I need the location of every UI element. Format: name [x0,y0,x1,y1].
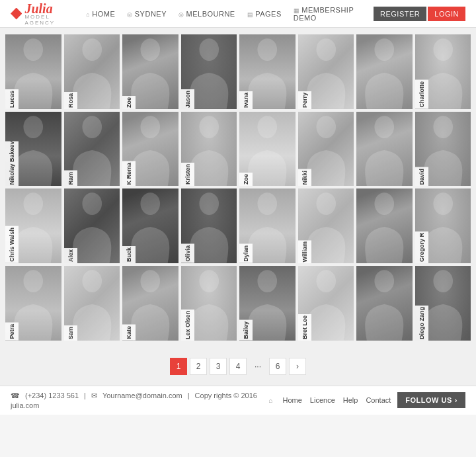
model-name: Chris Walsh [5,226,19,263]
model-name: Nikolay Bakeev [5,142,19,187]
model-name: Perry [298,91,311,109]
model-name: Nikki [298,169,311,187]
model-name: Sam [64,325,77,341]
pages-nav-icon: ▤ [247,11,254,18]
model-card[interactable]: K Rema [122,112,178,187]
footer: ☎ (+234) 1233 561 | ✉ Yourname@domain.co… [0,386,476,415]
model-name: Ivana [239,91,253,109]
footer-contact: ☎ (+234) 1233 561 | ✉ Yourname@domain.co… [11,392,268,400]
model-card[interactable]: William [298,188,354,263]
model-card[interactable]: Jason [181,34,237,109]
phone-number: (+234) 1233 561 [25,392,79,399]
phone-icon: ☎ [11,392,20,400]
model-name: Rosa [64,92,77,109]
model-card[interactable]: Buck [122,188,178,263]
model-name: K Rema [122,161,136,187]
model-name: Zoe [239,173,253,186]
model-card[interactable]: Nikki [298,112,354,187]
model-card[interactable]: Gregory R [415,188,471,263]
logo-icon [11,8,22,20]
page-3-button[interactable]: 3 [210,358,227,375]
model-card[interactable]: Charlotte [415,34,471,109]
model-name: Diego Zang [415,306,428,341]
model-card[interactable]: Bailey [239,266,296,341]
model-card[interactable]: Zoe [122,34,178,109]
model-card[interactable]: Sam [64,266,120,341]
main-nav: ⌂HOME ◎SYDNEY ◎MELBOURNE ▤PAGES ▦MEMBERS… [81,3,465,24]
model-card[interactable]: Bret Lee [298,266,354,341]
model-card[interactable]: Lucas [5,34,61,109]
email-icon: ✉ [91,392,97,400]
model-card[interactable]: Ivana [239,34,296,109]
login-button[interactable]: LOGIN [428,7,465,21]
page-4-button[interactable]: 4 [229,358,247,375]
model-card[interactable]: David [415,112,471,187]
model-name: Ram [64,171,77,187]
membership-nav-icon: ▦ [294,7,300,14]
model-card[interactable]: Alex [64,188,120,263]
footer-link-home[interactable]: Home [283,396,302,404]
model-name: Dylan [239,244,253,263]
model-name: Olivia [181,244,194,263]
model-card[interactable] [356,34,413,109]
model-card[interactable] [356,266,413,341]
model-name: Kristen [181,163,194,186]
footer-links: ⌂ Home Licence Help Contact [268,396,391,404]
model-card[interactable]: Nikolay Bakeev [5,112,61,187]
footer-link-contact[interactable]: Contact [366,396,391,404]
page-1-button[interactable]: 1 [170,358,187,375]
model-name: William [298,240,311,263]
model-card[interactable]: Lex Olsen [181,266,237,341]
footer-link-licence[interactable]: Licence [310,396,335,404]
footer-link-help[interactable]: Help [343,396,358,404]
footer-email: Yourname@domain.com [102,392,182,399]
footer-left: ☎ (+234) 1233 561 | ✉ Yourname@domain.co… [11,392,268,409]
follow-us-label: FOLLOW US [405,396,452,404]
model-card[interactable]: Diego Zang [415,266,471,341]
model-name: Charlotte [415,80,428,109]
model-name: Alex [64,248,77,263]
melbourne-nav-icon: ◎ [178,11,184,18]
model-name: Lucas [5,89,19,109]
model-card[interactable]: Perry [298,34,354,109]
model-card[interactable]: Kate [122,266,178,341]
register-button[interactable]: REGISTER [374,7,426,21]
page-6-button[interactable]: 6 [269,358,286,375]
model-name: Bailey [239,320,253,341]
model-card[interactable]: Chris Walsh [5,188,61,263]
separator2: | [188,392,190,399]
model-name: Gregory R [415,231,428,263]
models-grid-container: LucasRosaZoeJasonIvanaPerryCharlotteNiko… [0,28,476,347]
model-name: Kate [122,325,136,341]
model-card[interactable]: Ram [64,112,120,187]
follow-us-icon: › [455,396,457,404]
nav-pages[interactable]: ▤PAGES [242,7,287,21]
page-ellipsis: ··· [249,358,266,375]
nav-melbourne[interactable]: ◎MELBOURNE [173,7,241,21]
model-name: David [415,167,428,187]
follow-us-button[interactable]: FOLLOW US › [397,392,465,408]
footer-home-icon: ⌂ [268,397,272,404]
nav-sydney[interactable]: ◎SYDNEY [122,7,172,21]
model-card[interactable] [356,112,413,187]
model-card[interactable]: Olivia [181,188,237,263]
separator: | [84,392,86,399]
page-2-button[interactable]: 2 [190,358,207,375]
model-card[interactable]: Zoe [239,112,296,187]
model-card[interactable] [356,188,413,263]
home-nav-icon: ⌂ [86,11,90,18]
model-card[interactable]: Petra [5,266,61,341]
model-card[interactable]: Rosa [64,34,120,109]
model-name: Petra [5,323,19,341]
model-name: Jason [181,89,194,109]
models-grid: LucasRosaZoeJasonIvanaPerryCharlotteNiko… [5,34,471,341]
sydney-nav-icon: ◎ [127,11,133,18]
pagination: 1 2 3 4 ··· 6 › [0,347,476,386]
model-card[interactable]: Dylan [239,188,296,263]
nav-home[interactable]: ⌂HOME [81,7,120,21]
model-card[interactable]: Kristen [181,112,237,187]
model-name: Buck [122,246,136,263]
page-next-button[interactable]: › [289,358,306,375]
nav-membership[interactable]: ▦MEMBERSHIP DEMO [288,3,372,24]
logo[interactable]: Julia MODEL AGENCY [11,1,81,26]
